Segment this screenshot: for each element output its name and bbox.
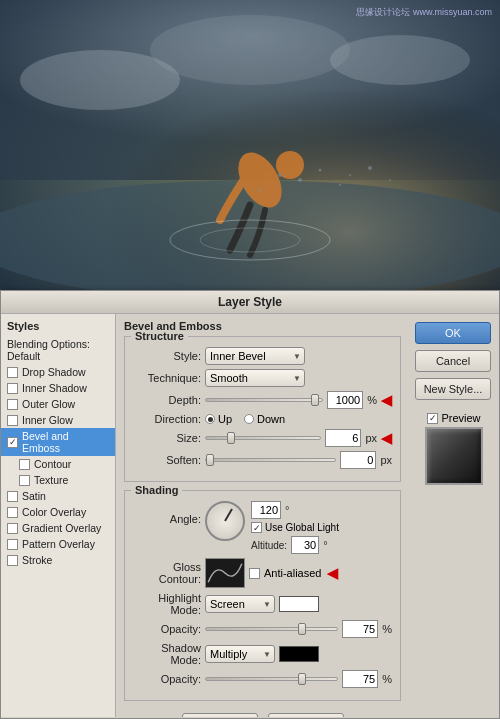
pattern-overlay-checkbox[interactable]	[7, 539, 18, 550]
preview-label: Preview	[441, 412, 480, 424]
style-color-overlay[interactable]: Color Overlay	[1, 504, 115, 520]
shading-section: Shading Angle: ° Use Gl	[124, 490, 401, 701]
stroke-checkbox[interactable]	[7, 555, 18, 566]
soften-unit: px	[380, 454, 392, 466]
shadow-mode-control: Multiply ▼	[205, 645, 392, 663]
svg-point-18	[150, 15, 350, 85]
angle-control-area: ° Use Global Light Altitude: °	[205, 501, 339, 554]
main-content-area: Bevel and Emboss Structure Style: Inner …	[116, 314, 409, 717]
preview-box	[425, 427, 483, 485]
size-slider[interactable]	[205, 436, 321, 440]
angle-input[interactable]	[251, 501, 281, 519]
direction-down-radio[interactable]	[244, 414, 254, 424]
gloss-contour-label: Gloss Contour:	[133, 561, 201, 585]
style-blending-options[interactable]: Blending Options: Default	[1, 336, 115, 364]
style-gradient-overlay[interactable]: Gradient Overlay	[1, 520, 115, 536]
technique-field-label: Technique:	[133, 372, 201, 384]
new-style-button[interactable]: New Style...	[415, 378, 491, 400]
style-bevel-emboss[interactable]: Bevel and Emboss	[1, 428, 115, 456]
depth-slider-thumb[interactable]	[311, 394, 319, 406]
style-inner-glow[interactable]: Inner Glow	[1, 412, 115, 428]
style-texture[interactable]: Texture	[1, 472, 115, 488]
style-stroke[interactable]: Stroke	[1, 552, 115, 568]
style-control: Inner Bevel ▼	[205, 347, 392, 365]
highlight-opacity-slider[interactable]	[205, 627, 338, 631]
reset-to-default-button[interactable]: Reset to Default	[268, 713, 344, 717]
inner-glow-checkbox[interactable]	[7, 415, 18, 426]
style-pattern-overlay[interactable]: Pattern Overlay	[1, 536, 115, 552]
highlight-color-box[interactable]	[279, 596, 319, 612]
gloss-contour-preview[interactable]	[205, 558, 245, 588]
angle-row: Angle: ° Use Global Light	[133, 501, 392, 554]
direction-up-option[interactable]: Up	[205, 413, 232, 425]
direction-up-radio[interactable]	[205, 414, 215, 424]
inner-shadow-checkbox[interactable]	[7, 383, 18, 394]
style-drop-shadow[interactable]: Drop Shadow	[1, 364, 115, 380]
style-inner-shadow[interactable]: Inner Shadow	[1, 380, 115, 396]
shadow-mode-row: Shadow Mode: Multiply ▼	[133, 642, 392, 666]
global-light-checkbox[interactable]	[251, 522, 262, 533]
altitude-input[interactable]	[291, 536, 319, 554]
angle-dial[interactable]	[205, 501, 245, 541]
outer-glow-checkbox[interactable]	[7, 399, 18, 410]
soften-input[interactable]	[340, 451, 376, 469]
texture-checkbox[interactable]	[19, 475, 30, 486]
structure-section: Structure Style: Inner Bevel ▼ Technique…	[124, 336, 401, 482]
preview-area: Preview	[415, 412, 493, 485]
shadow-mode-dropdown-arrow: ▼	[263, 650, 271, 659]
direction-down-option[interactable]: Down	[244, 413, 285, 425]
ok-button[interactable]: OK	[415, 322, 491, 344]
shadow-mode-field-label: Shadow Mode:	[133, 642, 201, 666]
depth-slider[interactable]	[205, 398, 323, 402]
contour-checkbox[interactable]	[19, 459, 30, 470]
direction-control: Up Down	[205, 413, 392, 425]
svg-point-12	[368, 166, 372, 170]
shadow-color-box[interactable]	[279, 646, 319, 662]
depth-unit: %	[367, 394, 377, 406]
soften-field-label: Soften:	[133, 454, 201, 466]
blending-options-label: Blending Options: Default	[7, 338, 109, 362]
preview-checkbox[interactable]	[427, 413, 438, 424]
shadow-opacity-thumb[interactable]	[298, 673, 306, 685]
technique-dropdown-arrow: ▼	[293, 374, 301, 383]
size-slider-thumb[interactable]	[227, 432, 235, 444]
anti-aliased-label: Anti-aliased	[264, 567, 321, 579]
gradient-overlay-checkbox[interactable]	[7, 523, 18, 534]
highlight-opacity-input[interactable]	[342, 620, 378, 638]
style-outer-glow[interactable]: Outer Glow	[1, 396, 115, 412]
style-satin[interactable]: Satin	[1, 488, 115, 504]
svg-point-7	[319, 169, 322, 172]
highlight-mode-dropdown[interactable]: Screen ▼	[205, 595, 275, 613]
layer-style-dialog: Layer Style Styles Blending Options: Def…	[0, 290, 500, 719]
shadow-opacity-unit: %	[382, 673, 392, 685]
soften-row: Soften: px	[133, 451, 392, 469]
technique-dropdown[interactable]: Smooth ▼	[205, 369, 305, 387]
global-light-row: Use Global Light	[251, 522, 339, 533]
gloss-contour-row: Gloss Contour: Anti-aliased ◀	[133, 558, 392, 588]
anti-aliased-checkbox[interactable]	[249, 568, 260, 579]
soften-slider-thumb[interactable]	[206, 454, 214, 466]
shadow-mode-dropdown[interactable]: Multiply ▼	[205, 645, 275, 663]
drop-shadow-checkbox[interactable]	[7, 367, 18, 378]
make-default-button[interactable]: Make Default	[182, 713, 258, 717]
cancel-button[interactable]: Cancel	[415, 350, 491, 372]
bottom-buttons-area: Make Default Reset to Default	[124, 709, 401, 717]
satin-checkbox[interactable]	[7, 491, 18, 502]
shadow-opacity-input[interactable]	[342, 670, 378, 688]
shadow-opacity-control: %	[205, 670, 392, 688]
size-input[interactable]	[325, 429, 361, 447]
style-contour[interactable]: Contour	[1, 456, 115, 472]
bevel-emboss-checkbox[interactable]	[7, 437, 18, 448]
svg-point-6	[298, 178, 302, 182]
style-field-label: Style:	[133, 350, 201, 362]
style-dropdown[interactable]: Inner Bevel ▼	[205, 347, 305, 365]
depth-field-label: Depth:	[133, 394, 201, 406]
highlight-opacity-thumb[interactable]	[298, 623, 306, 635]
soften-slider[interactable]	[205, 458, 336, 462]
highlight-opacity-unit: %	[382, 623, 392, 635]
color-overlay-checkbox[interactable]	[7, 507, 18, 518]
highlight-opacity-control: %	[205, 620, 392, 638]
shadow-opacity-slider[interactable]	[205, 677, 338, 681]
depth-input[interactable]	[327, 391, 363, 409]
canvas-image: 思缘设计论坛 www.missyuan.com	[0, 0, 500, 290]
